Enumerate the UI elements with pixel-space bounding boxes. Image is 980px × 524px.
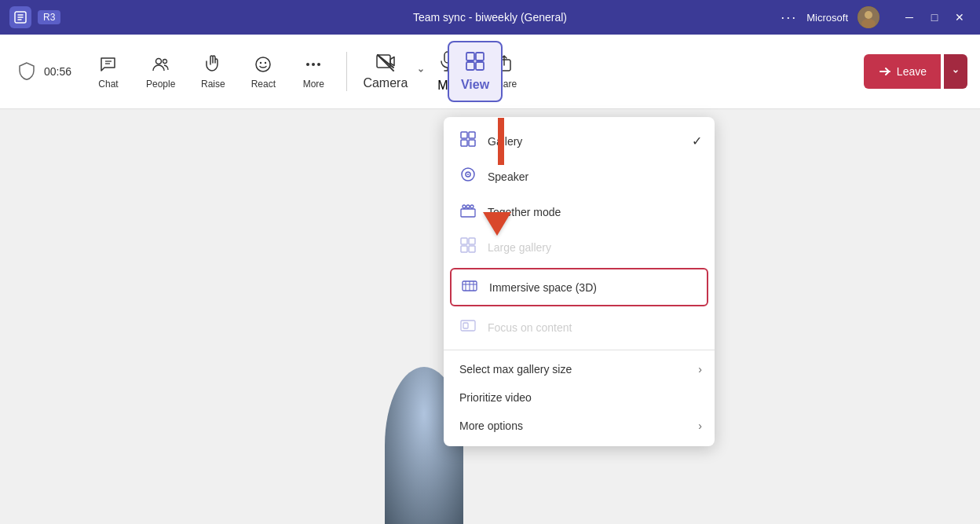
r3-badge: R3 — [38, 10, 60, 24]
svg-point-2 — [865, 11, 872, 19]
svg-point-29 — [467, 174, 469, 175]
svg-point-9 — [260, 62, 261, 64]
react-button[interactable]: React — [240, 47, 287, 96]
main-content: Gallery ✓ Speaker — [0, 109, 980, 524]
menu-item-together[interactable]: Together mode — [444, 194, 715, 229]
title-bar-right: ··· Microsoft ─ □ ✕ — [781, 6, 971, 28]
chat-label: Chat — [98, 79, 118, 90]
people-icon — [152, 53, 170, 75]
more-options-chevron: › — [698, 420, 702, 432]
large-gallery-icon — [459, 237, 477, 257]
svg-point-8 — [256, 57, 270, 71]
more-button[interactable]: More — [290, 47, 337, 96]
svg-point-31 — [463, 205, 466, 208]
react-icon — [254, 53, 272, 75]
focus-label: Focus on content — [488, 321, 572, 334]
svg-rect-25 — [461, 140, 467, 146]
view-label: View — [461, 78, 489, 92]
svg-point-16 — [312, 63, 315, 66]
svg-point-17 — [317, 63, 320, 66]
svg-rect-23 — [461, 132, 467, 138]
view-dropdown-menu: Gallery ✓ Speaker — [444, 117, 715, 446]
menu-item-speaker[interactable]: Speaker — [444, 159, 715, 194]
maximize-button[interactable]: □ — [923, 6, 945, 28]
gallery-label: Gallery — [488, 135, 522, 148]
svg-rect-44 — [463, 323, 468, 328]
menu-item-more-options[interactable]: More options › — [444, 412, 715, 440]
menu-item-large-gallery[interactable]: Large gallery — [444, 229, 715, 265]
people-button[interactable]: People — [135, 47, 186, 96]
more-options-label: More options — [459, 420, 523, 432]
leave-chevron-button[interactable] — [944, 54, 967, 89]
gallery-icon — [459, 131, 477, 151]
svg-rect-34 — [461, 238, 467, 244]
svg-rect-26 — [469, 140, 475, 146]
security-icon — [13, 57, 41, 86]
menu-item-gallery[interactable]: Gallery ✓ — [444, 123, 715, 159]
user-avatar[interactable] — [858, 6, 879, 28]
menu-item-immersive[interactable]: Immersive space (3D) — [450, 268, 708, 306]
menu-item-gallery-size[interactable]: Select max gallery size › — [444, 355, 715, 383]
svg-rect-37 — [469, 246, 475, 252]
call-timer: 00:56 — [44, 65, 75, 78]
gallery-check: ✓ — [692, 134, 702, 148]
title-bar-left: R3 — [9, 6, 60, 28]
svg-point-6 — [155, 59, 161, 64]
minimize-button[interactable]: ─ — [898, 6, 920, 28]
svg-rect-24 — [469, 132, 475, 138]
teams-icon — [9, 6, 31, 28]
speaker-icon — [459, 167, 477, 186]
together-icon — [459, 202, 477, 222]
svg-rect-13 — [466, 62, 474, 70]
close-button[interactable]: ✕ — [949, 6, 971, 28]
leave-label: Leave — [897, 65, 927, 78]
svg-point-7 — [163, 60, 166, 64]
camera-button-group: Camera — [357, 46, 428, 97]
title-bar: R3 Team sync - biweekly (General) ··· Mi… — [0, 0, 980, 35]
menu-item-prioritize-video[interactable]: Prioritize video — [444, 383, 715, 412]
camera-button[interactable]: Camera — [357, 46, 414, 97]
svg-point-10 — [265, 62, 266, 64]
raise-icon — [203, 53, 222, 75]
large-gallery-label: Large gallery — [488, 241, 551, 254]
window-controls: ─ □ ✕ — [898, 6, 971, 28]
people-label: People — [146, 79, 175, 90]
view-button[interactable]: View — [448, 41, 503, 102]
focus-icon — [459, 317, 477, 337]
toolbar: 00:56 Chat People — [0, 35, 980, 109]
raise-label: Raise — [201, 79, 225, 90]
menu-divider-1 — [444, 350, 715, 350]
svg-point-32 — [466, 205, 470, 208]
svg-point-15 — [306, 63, 309, 66]
svg-rect-12 — [476, 53, 484, 60]
speaker-label: Speaker — [488, 170, 528, 183]
svg-rect-11 — [466, 53, 474, 60]
immersive-icon — [461, 277, 478, 297]
chat-button[interactable]: Chat — [85, 47, 132, 96]
camera-chevron-button[interactable] — [414, 48, 428, 95]
window-title: Team sync - biweekly (General) — [413, 11, 567, 24]
svg-rect-14 — [476, 62, 484, 70]
gallery-size-label: Select max gallery size — [459, 363, 572, 376]
svg-rect-30 — [461, 209, 475, 217]
together-label: Together mode — [488, 206, 561, 218]
svg-rect-35 — [469, 238, 475, 244]
camera-label: Camera — [363, 76, 408, 90]
svg-point-3 — [861, 19, 876, 28]
svg-point-33 — [470, 205, 474, 208]
gallery-size-chevron: › — [698, 363, 702, 376]
more-label: More — [303, 79, 324, 90]
chat-icon — [99, 53, 118, 75]
prioritize-video-label: Prioritize video — [459, 391, 532, 404]
more-icon — [304, 53, 323, 75]
menu-item-focus[interactable]: Focus on content — [444, 310, 715, 345]
camera-icon — [375, 53, 396, 73]
leave-button[interactable]: Leave — [864, 54, 941, 89]
svg-rect-36 — [461, 246, 467, 252]
raise-button[interactable]: Raise — [189, 47, 236, 96]
title-more-button[interactable]: ··· — [781, 9, 797, 26]
react-label: React — [251, 79, 276, 90]
microsoft-label: Microsoft — [806, 12, 848, 24]
svg-line-18 — [378, 55, 393, 68]
immersive-label: Immersive space (3D) — [489, 281, 597, 294]
